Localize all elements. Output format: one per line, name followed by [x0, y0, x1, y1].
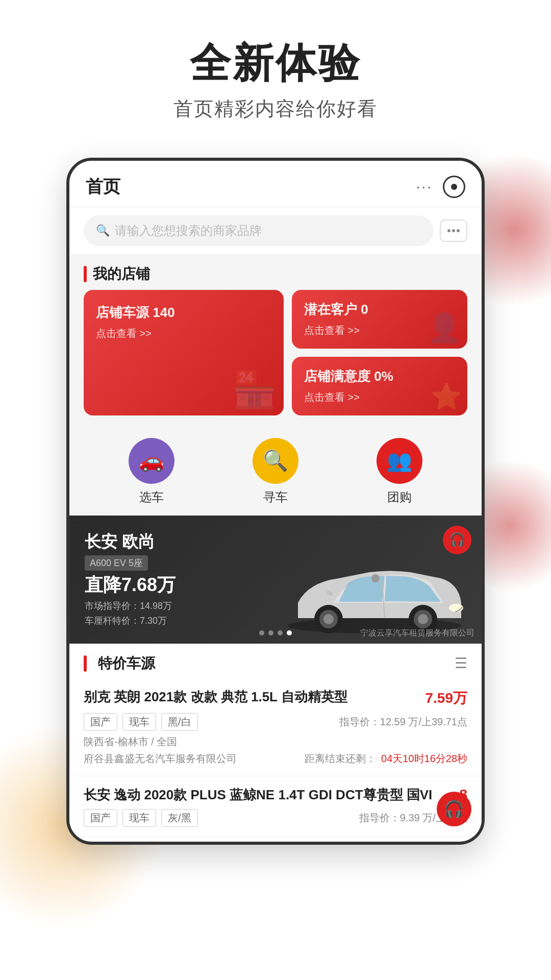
tag-color-2: 灰/黑 [161, 809, 198, 827]
location-1: 陕西省-榆林市 / 全国 [84, 735, 177, 749]
search-bar[interactable]: 🔍 请输入您想搜索的商家品牌 [84, 215, 434, 246]
tag-origin-2: 国产 [84, 809, 117, 827]
person-deco-icon: 👤 [427, 311, 462, 345]
car-listing-1-location: 陕西省-榆林市 / 全国 [84, 735, 467, 749]
car-listing-2[interactable]: 长安 逸动 2020款 PLUS 蓝鲸NE 1.4T GDI DCT尊贵型 国V… [69, 776, 482, 837]
car-listing-1[interactable]: 别克 英朗 2021款 改款 典范 1.5L 自动精英型 7.59万 国产 现车… [69, 678, 482, 776]
shop-card-car-source[interactable]: 店铺车源 140 点击查看 >> 🏪 [84, 290, 284, 415]
shop-card-satisfaction[interactable]: 店铺满意度 0% 点击查看 >> ⭐ [292, 357, 467, 415]
car-discount: 直降7.68万 [85, 575, 466, 595]
tejia-title-row: 特价车源 [84, 654, 155, 673]
chat-icon[interactable] [440, 219, 467, 242]
countdown-label-1: 距离结束还剩： [305, 753, 376, 764]
phone-mockup: 首页 ··· 🔍 请输入您想搜索的商家品牌 我的店铺 [66, 158, 485, 845]
store-deco-icon: 🏪 [232, 369, 277, 410]
float-headset-bottom[interactable]: 🎧 [437, 792, 471, 826]
dealer-1: 府谷县鑫盛无名汽车服务有限公司 [84, 752, 237, 766]
find-car-label: 寻车 [263, 489, 288, 505]
tag-color-1: 黑/白 [161, 713, 198, 731]
tejia-header: 特价车源 ☰ [69, 644, 482, 678]
shop-card-potential-customers[interactable]: 潜在客户 0 点击查看 >> 👤 [292, 290, 467, 349]
tejia-section: 特价车源 ☰ 别克 英朗 2021款 改款 典范 1.5L 自动精英型 7.59… [69, 644, 482, 842]
car-listing-2-tags: 国产 现车 灰/黑 指导价：9.39 万/上10点 [84, 809, 467, 827]
topbar-title: 首页 [86, 175, 120, 199]
search-area: 🔍 请输入您想搜索的商家品牌 [69, 207, 482, 254]
car-listing-1-name: 别克 英朗 2021款 改款 典范 1.5L 自动精英型 [84, 689, 420, 706]
car-listing-1-price: 7.59万 [425, 689, 468, 708]
car-listing-1-dealer-row: 府谷县鑫盛无名汽车服务有限公司 距离结束还剩： 04天10时16分28秒 [84, 752, 467, 766]
select-car-icon: 🚗 [129, 438, 174, 484]
car-listing-1-tags: 国产 现车 黑/白 指导价：12.59 万/上39.71点 [84, 713, 467, 731]
dot2 [452, 229, 455, 232]
countdown-value-1: 04天10时16分28秒 [381, 753, 467, 764]
dot1 [447, 229, 450, 232]
quick-action-select-car[interactable]: 🚗 选车 [129, 438, 174, 505]
car-banner[interactable]: 🎧 长安 欧尚 A600 EV 5座 直降7.68万 市场指导价：14.98万 … [69, 516, 482, 644]
select-car-label: 选车 [139, 489, 164, 505]
car-listing-2-top: 长安 逸动 2020款 PLUS 蓝鲸NE 1.4T GDI DCT尊贵型 国V… [84, 787, 467, 804]
car-guide-price-1: 指导价：12.59 万/上39.71点 [339, 715, 467, 729]
search-placeholder-text: 请输入您想搜索的商家品牌 [115, 223, 262, 239]
car-price-details: 市场指导价：14.98万 车厘杆特价：7.30万 [85, 599, 466, 628]
car-price-special: 车厘杆特价：7.30万 [85, 614, 466, 628]
phone-topbar: 首页 ··· [69, 161, 482, 207]
topbar-icons: ··· [416, 176, 465, 198]
phone-wrapper: 首页 ··· 🔍 请输入您想搜索的商家品牌 我的店铺 [0, 142, 551, 875]
quick-action-find-car[interactable]: 🔍 寻车 [253, 438, 298, 505]
more-icon[interactable]: ··· [416, 179, 433, 195]
dot3 [457, 229, 460, 232]
tejia-title: 特价车源 [98, 654, 155, 673]
tag-stock-1: 现车 [122, 713, 156, 731]
car-model-tag: A600 EV 5座 [85, 555, 148, 571]
tejia-section-bar [84, 655, 87, 672]
group-buy-label: 团购 [387, 489, 412, 505]
headset-float-button[interactable]: 🎧 [443, 526, 471, 554]
shop-card-car-source-label: 店铺车源 140 [96, 304, 271, 322]
section-title-bar [84, 266, 87, 282]
shop-card-car-source-action: 点击查看 >> [96, 327, 271, 340]
search-icon: 🔍 [96, 224, 110, 237]
my-shop-section-header: 我的店铺 [69, 254, 482, 290]
my-shop-title: 我的店铺 [93, 264, 150, 284]
countdown-1: 距离结束还剩： 04天10时16分28秒 [305, 752, 467, 766]
group-buy-icon: 👥 [377, 438, 422, 484]
page-subtitle: 首页精彩内容给你好看 [0, 96, 551, 122]
car-banner-content: 长安 欧尚 A600 EV 5座 直降7.68万 市场指导价：14.98万 车厘… [69, 516, 482, 644]
shop-card-right-stack: 潜在客户 0 点击查看 >> 👤 店铺满意度 0% 点击查看 >> ⭐ [292, 290, 467, 415]
star-deco-icon: ⭐ [431, 382, 462, 411]
tag-origin-1: 国产 [84, 713, 117, 731]
quick-actions: 🚗 选车 🔍 寻车 👥 团购 [69, 426, 482, 516]
shop-cards: 店铺车源 140 点击查看 >> 🏪 潜在客户 0 点击查看 >> 👤 店铺满意… [69, 290, 482, 426]
chat-dots [447, 229, 460, 232]
page-header: 全新体验 首页精彩内容给你好看 [0, 0, 551, 142]
car-listing-2-name: 长安 逸动 2020款 PLUS 蓝鲸NE 1.4T GDI DCT尊贵型 国V… [84, 787, 454, 804]
list-icon[interactable]: ☰ [455, 655, 467, 672]
quick-action-group-buy[interactable]: 👥 团购 [377, 438, 422, 505]
find-car-icon: 🔍 [253, 438, 298, 484]
page-title: 全新体验 [0, 41, 551, 86]
tag-stock-2: 现车 [122, 809, 156, 827]
car-listing-1-top: 别克 英朗 2021款 改款 典范 1.5L 自动精英型 7.59万 [84, 689, 467, 708]
camera-icon[interactable] [443, 176, 465, 198]
car-brand: 长安 欧尚 [85, 531, 466, 553]
car-price-market: 市场指导价：14.98万 [85, 599, 466, 614]
